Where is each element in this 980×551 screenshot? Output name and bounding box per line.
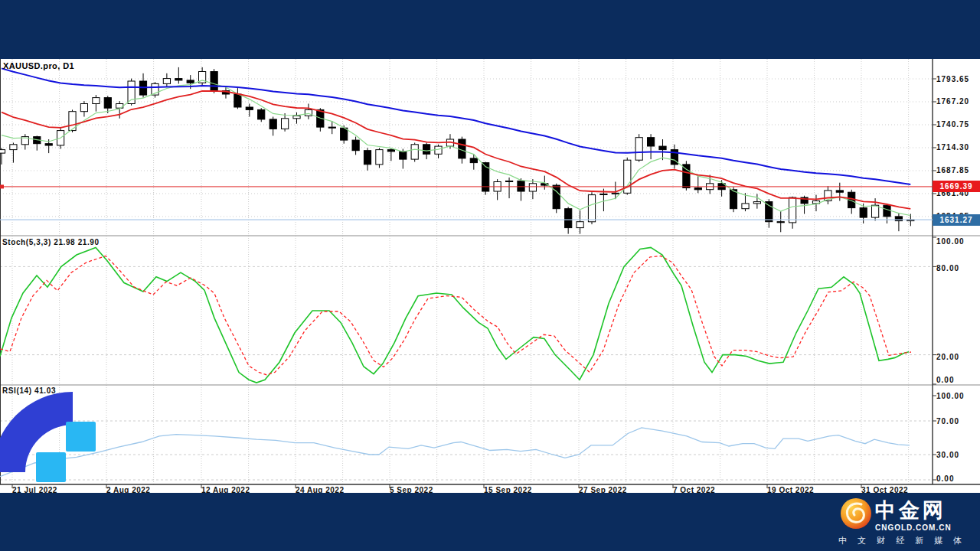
axis-label: 20.00 — [936, 353, 959, 361]
axis-label: 30.00 — [936, 451, 959, 459]
axis-label: 19 Oct 2022 — [767, 486, 814, 493]
axis-label: 0.00 — [936, 474, 954, 483]
axis-label: 80.00 — [936, 264, 959, 272]
axis-label: 70.00 — [936, 417, 959, 425]
candles-layer — [0, 67, 914, 234]
cngold-name: 中金网 — [875, 497, 946, 524]
axis-label: 31 Oct 2022 — [861, 486, 908, 493]
rsi-indicator-label: RSI(14) 41.03 — [2, 386, 56, 395]
chart-area: 1793.651767.201740.751714.301687.851661.… — [0, 59, 980, 493]
resistance-price-tag: 1669.39 — [933, 181, 980, 192]
page-root: { "header": { "symbol_label": "XAUUSD.pr… — [0, 0, 980, 551]
axis-label: 1793.65 — [936, 75, 969, 83]
stochastic-indicator-label: Stoch(5,3,3) 21.98 21.90 — [2, 238, 100, 246]
axis-label: 27 Sep 2022 — [579, 486, 627, 493]
cngold-domain: CNGOLD.COM.CN — [875, 523, 952, 532]
cngold-tagline: 中 文 财 经 新 媒 体 — [838, 535, 966, 546]
price-chart-svg: 1793.651767.201740.751714.301687.851661.… — [0, 59, 980, 493]
axis-label: 1687.85 — [936, 166, 969, 174]
axis-label: 1767.20 — [936, 97, 969, 106]
axis-label: 24 Aug 2022 — [296, 486, 345, 493]
axis-label: 12 Aug 2022 — [201, 486, 250, 493]
axis-label: 1714.30 — [936, 143, 969, 152]
axis-label: 0.00 — [936, 376, 954, 384]
axis-label: 2 Aug 2022 — [106, 486, 150, 493]
bottom-navy-bar: 中金网 CNGOLD.COM.CN 中 文 财 经 新 媒 体 — [0, 493, 980, 551]
axis-label: 15 Sep 2022 — [484, 486, 532, 493]
symbol-label: XAUUSD.pro, D1 — [3, 61, 74, 70]
axis-label: 100.00 — [936, 237, 965, 246]
top-navy-bar — [0, 0, 980, 59]
axis-label: 5 Sep 2022 — [390, 486, 433, 493]
cngold-logo: 中金网 CNGOLD.COM.CN 中 文 财 经 新 媒 体 — [838, 493, 972, 551]
axis-label: 7 Oct 2022 — [673, 486, 715, 493]
axis-label: 21 Jul 2022 — [12, 486, 57, 493]
current-price-tag: 1631.27 — [933, 214, 980, 226]
axis-label: 100.00 — [936, 392, 965, 400]
axis-label: 1740.75 — [936, 120, 969, 129]
